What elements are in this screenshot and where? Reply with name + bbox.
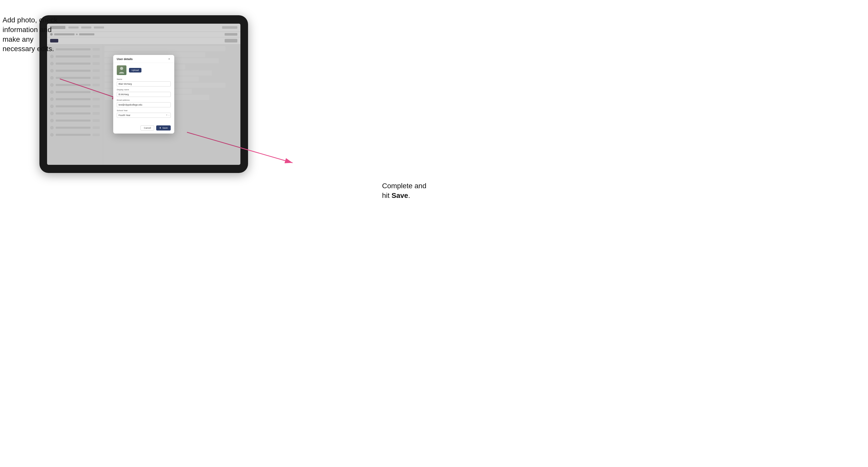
avatar-person [117,65,126,75]
save-button[interactable]: ⬆ Save [156,125,171,130]
upload-photo-button[interactable]: Upload [129,68,142,72]
modal-body: Upload Name Display name [113,63,174,123]
tablet-frame: User details × [39,15,248,173]
avatar-image [117,65,126,75]
user-details-modal: User details × [113,55,174,133]
modal-header: User details × [113,55,174,63]
display-name-input[interactable] [117,92,171,97]
save-icon: ⬆ [159,127,161,129]
display-name-field-group: Display name [117,89,171,97]
name-label: Name [117,78,171,81]
select-actions: × ⌄ [166,114,170,116]
name-field-group: Name [117,78,171,87]
cancel-button[interactable]: Cancel [141,125,154,130]
svg-point-0 [120,67,123,70]
school-year-select-wrapper: × ⌄ [117,113,171,118]
school-year-select[interactable] [117,113,171,118]
select-clear-icon[interactable]: × [166,114,167,116]
school-year-field-group: School Year × ⌄ [117,110,171,118]
save-label: Save [162,127,168,129]
modal-title: User details [117,58,132,61]
chevron-down-icon[interactable]: ⌄ [168,114,170,116]
avatar-row: Upload [117,65,171,75]
annotation-right-text: Complete andhit Save. [382,182,426,199]
email-label: Email address [117,99,171,101]
email-field-group: Email address [117,99,171,107]
modal-overlay: User details × [47,24,240,165]
annotation-right: Complete andhit Save. [382,181,426,200]
tablet-screen: User details × [47,24,240,165]
display-name-label: Display name [117,89,171,91]
name-input[interactable] [117,82,171,87]
school-year-label: School Year [117,110,171,112]
modal-close-button[interactable]: × [168,58,171,61]
email-input[interactable] [117,102,171,107]
modal-footer: Cancel ⬆ Save [113,123,174,133]
screen-inner: User details × [47,24,240,165]
